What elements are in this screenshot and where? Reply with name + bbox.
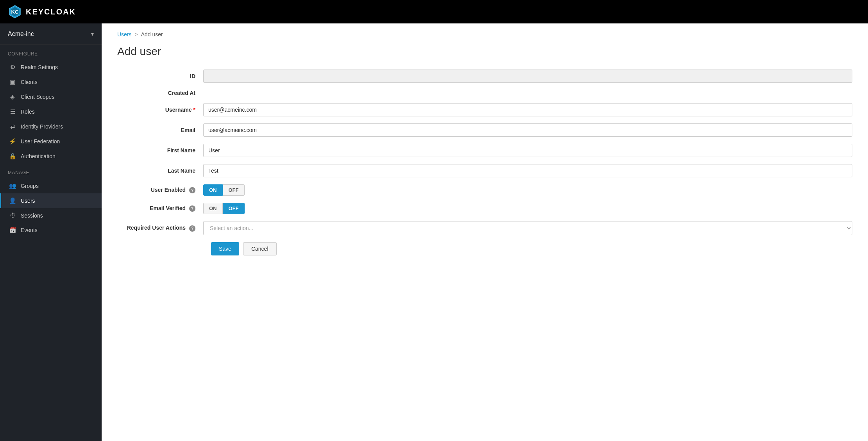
breadcrumb-separator: > bbox=[135, 31, 138, 37]
user-enabled-help-icon[interactable]: ? bbox=[189, 187, 195, 193]
topbar: KC KEYCLOAK bbox=[0, 0, 868, 23]
email-verified-control: ON OFF bbox=[203, 203, 852, 214]
form-actions: Save Cancel bbox=[203, 242, 852, 255]
last-name-row: Last Name bbox=[117, 164, 852, 177]
sidebar-item-label: Users bbox=[21, 198, 35, 204]
required-actions-select[interactable]: Select an action... bbox=[203, 221, 852, 235]
last-name-label: Last Name bbox=[117, 168, 203, 174]
sidebar-item-label: User Federation bbox=[21, 138, 60, 145]
sessions-icon: ⏱ bbox=[9, 212, 16, 219]
email-input[interactable] bbox=[203, 123, 852, 137]
sidebar-item-identity-providers[interactable]: ⇄ Identity Providers bbox=[0, 119, 102, 134]
breadcrumb: Users > Add user bbox=[117, 31, 852, 37]
email-verified-help-icon[interactable]: ? bbox=[189, 205, 195, 212]
app-name: KEYCLOAK bbox=[26, 7, 76, 16]
username-control bbox=[203, 103, 852, 116]
last-name-input[interactable] bbox=[203, 164, 852, 177]
configure-section-label: Configure bbox=[0, 45, 102, 60]
user-enabled-control: ON OFF bbox=[203, 184, 852, 196]
breadcrumb-parent-link[interactable]: Users bbox=[117, 31, 132, 37]
last-name-control bbox=[203, 164, 852, 177]
cancel-button[interactable]: Cancel bbox=[243, 242, 277, 255]
sidebar-item-client-scopes[interactable]: ◈ Client Scopes bbox=[0, 89, 102, 104]
sidebar-item-label: Realm Settings bbox=[21, 64, 58, 70]
required-marker: * bbox=[193, 107, 195, 113]
sidebar-item-realm-settings[interactable]: ⚙ Realm Settings bbox=[0, 60, 102, 75]
email-verified-row: Email Verified ? ON OFF bbox=[117, 203, 852, 214]
user-enabled-off-button[interactable]: OFF bbox=[223, 184, 245, 196]
logo-icon: KC bbox=[8, 5, 22, 19]
email-row: Email bbox=[117, 123, 852, 137]
id-control bbox=[203, 70, 852, 83]
email-verified-label: Email Verified ? bbox=[117, 205, 203, 212]
sidebar-item-label: Identity Providers bbox=[21, 123, 63, 130]
first-name-control bbox=[203, 144, 852, 157]
email-verified-toggle: ON OFF bbox=[203, 203, 852, 214]
sidebar-item-authentication[interactable]: 🔒 Authentication bbox=[0, 149, 102, 164]
created-at-row: Created At bbox=[117, 90, 852, 96]
first-name-row: First Name bbox=[117, 144, 852, 157]
users-icon: 👤 bbox=[9, 197, 16, 204]
groups-icon: 👥 bbox=[9, 182, 16, 189]
sidebar-item-label: Roles bbox=[21, 109, 35, 115]
clients-icon: ▣ bbox=[9, 79, 16, 86]
created-at-label: Created At bbox=[117, 90, 203, 96]
page-title: Add user bbox=[117, 45, 852, 58]
user-federation-icon: ⚡ bbox=[9, 138, 16, 145]
id-label: ID bbox=[117, 73, 203, 79]
sidebar-item-user-federation[interactable]: ⚡ User Federation bbox=[0, 134, 102, 149]
chevron-down-icon: ▾ bbox=[91, 31, 94, 37]
sidebar-item-label: Clients bbox=[21, 79, 38, 85]
required-actions-row: Required User Actions ? Select an action… bbox=[117, 221, 852, 235]
sidebar: Acme-inc ▾ Configure ⚙ Realm Settings ▣ … bbox=[0, 23, 102, 441]
required-actions-help-icon[interactable]: ? bbox=[189, 225, 195, 232]
email-label: Email bbox=[117, 127, 203, 133]
required-actions-control: Select an action... bbox=[203, 221, 852, 235]
add-user-form: ID Created At Username* bbox=[117, 70, 852, 255]
save-button[interactable]: Save bbox=[211, 242, 239, 255]
sidebar-item-users[interactable]: 👤 Users bbox=[0, 193, 102, 208]
roles-icon: ☰ bbox=[9, 108, 16, 115]
user-enabled-on-button[interactable]: ON bbox=[203, 184, 223, 196]
id-input[interactable] bbox=[203, 70, 852, 83]
sidebar-item-groups[interactable]: 👥 Groups bbox=[0, 179, 102, 193]
user-enabled-row: User Enabled ? ON OFF bbox=[117, 184, 852, 196]
username-input[interactable] bbox=[203, 103, 852, 116]
user-enabled-toggle: ON OFF bbox=[203, 184, 852, 196]
events-icon: 📅 bbox=[9, 227, 16, 234]
email-control bbox=[203, 123, 852, 137]
email-verified-off-button[interactable]: OFF bbox=[223, 203, 245, 214]
logo: KC KEYCLOAK bbox=[8, 5, 76, 19]
id-row: ID bbox=[117, 70, 852, 83]
username-row: Username* bbox=[117, 103, 852, 116]
sidebar-item-label: Authentication bbox=[21, 153, 55, 159]
manage-section-label: Manage bbox=[0, 164, 102, 179]
username-label: Username* bbox=[117, 107, 203, 113]
svg-text:KC: KC bbox=[11, 9, 19, 15]
sidebar-item-label: Client Scopes bbox=[21, 94, 54, 100]
authentication-icon: 🔒 bbox=[9, 153, 16, 160]
sidebar-item-label: Groups bbox=[21, 183, 39, 189]
content-area: Users > Add user Add user ID Created At bbox=[102, 23, 868, 441]
first-name-label: First Name bbox=[117, 147, 203, 154]
client-scopes-icon: ◈ bbox=[9, 93, 16, 100]
realm-name: Acme-inc bbox=[8, 30, 34, 37]
sidebar-item-events[interactable]: 📅 Events bbox=[0, 223, 102, 237]
email-verified-on-button[interactable]: ON bbox=[203, 203, 223, 214]
breadcrumb-current: Add user bbox=[141, 31, 163, 37]
realm-selector[interactable]: Acme-inc ▾ bbox=[0, 23, 102, 45]
user-enabled-label: User Enabled ? bbox=[117, 187, 203, 194]
first-name-input[interactable] bbox=[203, 144, 852, 157]
sidebar-item-label: Sessions bbox=[21, 212, 43, 219]
sidebar-item-label: Events bbox=[21, 227, 38, 233]
required-actions-label: Required User Actions ? bbox=[117, 225, 203, 232]
identity-providers-icon: ⇄ bbox=[9, 123, 16, 130]
sidebar-item-roles[interactable]: ☰ Roles bbox=[0, 104, 102, 119]
sidebar-item-clients[interactable]: ▣ Clients bbox=[0, 75, 102, 89]
sidebar-item-sessions[interactable]: ⏱ Sessions bbox=[0, 208, 102, 223]
realm-settings-icon: ⚙ bbox=[9, 64, 16, 71]
